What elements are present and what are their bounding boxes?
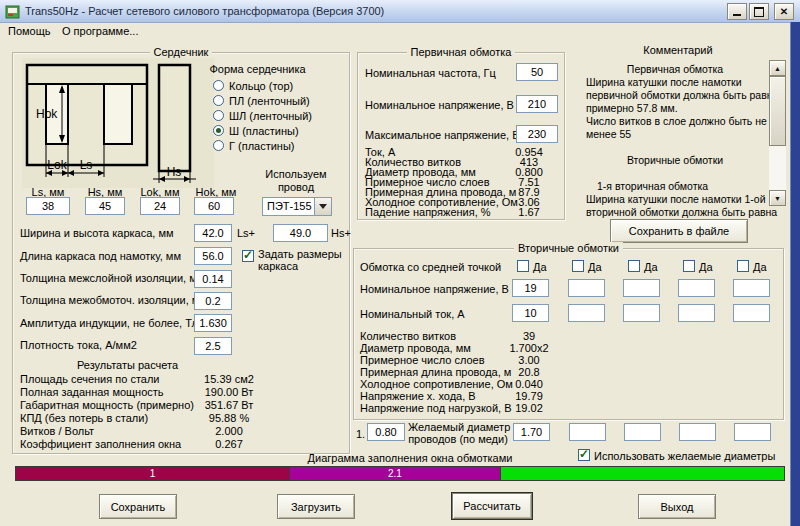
dim-hs-input[interactable] bbox=[85, 197, 125, 215]
result-value: 351.67 Вт bbox=[190, 399, 268, 411]
desired-diameter-label-line2: проводов (по меди) bbox=[408, 433, 508, 445]
param-current-density-input[interactable] bbox=[194, 337, 232, 355]
midpoint-checkbox-4[interactable] bbox=[683, 260, 695, 272]
primary-stat-label: Падение напряжения, % bbox=[365, 206, 491, 218]
param-current-density-label: Плотность тока, А/мм2 bbox=[20, 339, 137, 351]
param-interlayer-input[interactable] bbox=[194, 270, 232, 288]
close-icon: ✕ bbox=[780, 6, 788, 17]
save-button[interactable]: Сохранить bbox=[99, 494, 177, 519]
secondary-voltage-input-2[interactable] bbox=[568, 279, 605, 297]
secondary-current-input-3[interactable] bbox=[623, 304, 660, 322]
secondary-stat-label: Диаметр провода, мм bbox=[360, 342, 471, 354]
secondary-group-title: Вторичные обмотки bbox=[514, 242, 623, 254]
save-to-file-button[interactable]: Сохранить в файле bbox=[610, 219, 748, 243]
shape-radio-ring[interactable] bbox=[213, 80, 224, 91]
secondary-current-input-1[interactable] bbox=[512, 304, 549, 322]
shape-radio-pl[interactable] bbox=[213, 95, 224, 106]
midpoint-checkbox-3[interactable] bbox=[628, 260, 640, 272]
desired-diameter-input-0[interactable] bbox=[367, 423, 405, 441]
use-desired-diameters-label[interactable]: Использовать желаемые диаметры bbox=[594, 450, 775, 462]
secondary-voltage-input-1[interactable] bbox=[512, 279, 549, 297]
shape-radio-sh-label[interactable]: Ш (пластины) bbox=[229, 125, 299, 137]
menu-help[interactable]: Помощь bbox=[8, 25, 51, 37]
secondary-voltage-input-5[interactable] bbox=[733, 279, 770, 297]
param-frame-length-input[interactable] bbox=[194, 247, 232, 265]
desired-diameter-input-5[interactable] bbox=[734, 423, 771, 441]
scrollbar-thumb[interactable] bbox=[769, 76, 786, 146]
set-frame-size-label[interactable]: Задать размеры каркаса bbox=[258, 248, 350, 272]
shape-radio-ring-label[interactable]: Кольцо (тор) bbox=[229, 80, 293, 92]
menu-bar: Помощь О программе... bbox=[0, 23, 790, 40]
midpoint-checkbox-5[interactable] bbox=[737, 260, 749, 272]
shape-radio-g-label[interactable]: Г (пластины) bbox=[229, 140, 295, 152]
secondary-current-input-4[interactable] bbox=[678, 304, 715, 322]
secondary-stat-value: 20.8 bbox=[498, 366, 560, 378]
secondary-current-input-5[interactable] bbox=[733, 304, 770, 322]
midpoint-checkbox-4-label[interactable]: Да bbox=[699, 261, 713, 273]
comment-line: Вторичные обмотки bbox=[586, 154, 764, 166]
param-induction-label: Амплитуда индукции, не более, Тл bbox=[20, 317, 198, 329]
scrollbar-track[interactable] bbox=[769, 76, 786, 190]
secondary-stat-value: 3.00 bbox=[498, 354, 560, 366]
core-shape-label: Форма сердечника bbox=[200, 63, 315, 75]
fill-segment-secondary-label: 2.1 bbox=[388, 468, 402, 479]
core-diagram-hs-label: Hs bbox=[167, 165, 182, 179]
load-button[interactable]: Загрузить bbox=[277, 494, 355, 519]
dim-hok-input[interactable] bbox=[194, 197, 234, 215]
comment-line: Ширина катушки после намотки 1-ой bbox=[586, 193, 766, 205]
dim-lok-input[interactable] bbox=[140, 197, 180, 215]
calculate-button[interactable]: Рассчитать bbox=[452, 493, 532, 519]
primary-max-voltage-input[interactable] bbox=[516, 125, 558, 143]
primary-frequency-label: Номинальная частота, Гц bbox=[365, 67, 496, 79]
exit-button[interactable]: Выход bbox=[638, 494, 716, 519]
param-induction-input[interactable] bbox=[194, 314, 232, 332]
desired-diameter-input-2[interactable] bbox=[569, 423, 606, 441]
midpoint-checkbox-2-label[interactable]: Да bbox=[588, 261, 602, 273]
comment-line: 1-я вторичная обмотка bbox=[597, 180, 708, 192]
param-frame-width-input[interactable] bbox=[194, 224, 232, 242]
secondary-current-input-2[interactable] bbox=[568, 304, 605, 322]
comment-line: Число витков в слое должно быть не bbox=[586, 115, 767, 127]
secondary-voltage-input-3[interactable] bbox=[623, 279, 660, 297]
scroll-down-button[interactable]: ▼ bbox=[769, 190, 786, 206]
shape-radio-sh[interactable] bbox=[213, 125, 224, 136]
close-button[interactable]: ✕ bbox=[774, 3, 794, 20]
minimize-button[interactable] bbox=[727, 3, 747, 20]
desired-diameter-input-1[interactable] bbox=[513, 423, 550, 441]
shape-radio-g[interactable] bbox=[213, 140, 224, 151]
param-frame-height-input[interactable] bbox=[273, 224, 328, 242]
maximize-button[interactable] bbox=[749, 3, 769, 20]
desired-diameter-input-3[interactable] bbox=[624, 423, 661, 441]
set-frame-size-checkbox[interactable] bbox=[242, 250, 254, 262]
wire-select[interactable]: ПЭТ-155 bbox=[262, 197, 332, 216]
primary-nominal-voltage-label: Номинальное напряжение, В bbox=[365, 99, 514, 111]
primary-frequency-input[interactable] bbox=[516, 63, 558, 81]
primary-nominal-voltage-input[interactable] bbox=[516, 95, 558, 113]
secondary-voltage-input-4[interactable] bbox=[678, 279, 715, 297]
dim-ls-input[interactable] bbox=[26, 197, 70, 215]
param-interwinding-input[interactable] bbox=[194, 292, 232, 310]
title-bar: Trans50Hz - Расчет сетевого силового тра… bbox=[0, 0, 800, 23]
shape-radio-shl-label[interactable]: ШЛ (ленточный) bbox=[229, 110, 312, 122]
desired-diameter-input-4[interactable] bbox=[679, 423, 716, 441]
wire-label: Используем провод bbox=[254, 168, 338, 194]
primary-group-title: Первичная обмотка bbox=[407, 46, 516, 58]
comment-scrollbar[interactable]: ▲ ▼ bbox=[769, 60, 786, 206]
wire-dropdown-button[interactable] bbox=[314, 198, 331, 215]
fill-segment-primary-label: 1 bbox=[150, 468, 156, 479]
param-ls-plus-label: Ls+ bbox=[237, 227, 255, 239]
fill-segment-primary: 1 bbox=[16, 467, 290, 480]
secondary-stat-value: 0.040 bbox=[498, 378, 560, 390]
fill-segment-secondary: 2.1 bbox=[290, 467, 500, 480]
midpoint-checkbox-2[interactable] bbox=[572, 260, 584, 272]
arrow-up-icon: ▲ bbox=[774, 65, 781, 72]
desired-index-label: 1. bbox=[356, 428, 365, 440]
shape-radio-pl-label[interactable]: ПЛ (ленточный) bbox=[229, 95, 310, 107]
midpoint-checkbox-3-label[interactable]: Да bbox=[644, 261, 658, 273]
midpoint-checkbox-1-label[interactable]: Да bbox=[533, 261, 547, 273]
midpoint-checkbox-1[interactable] bbox=[517, 260, 529, 272]
midpoint-checkbox-5-label[interactable]: Да bbox=[753, 261, 767, 273]
menu-about[interactable]: О программе... bbox=[62, 25, 138, 37]
shape-radio-shl[interactable] bbox=[213, 110, 224, 121]
scroll-up-button[interactable]: ▲ bbox=[769, 60, 786, 76]
